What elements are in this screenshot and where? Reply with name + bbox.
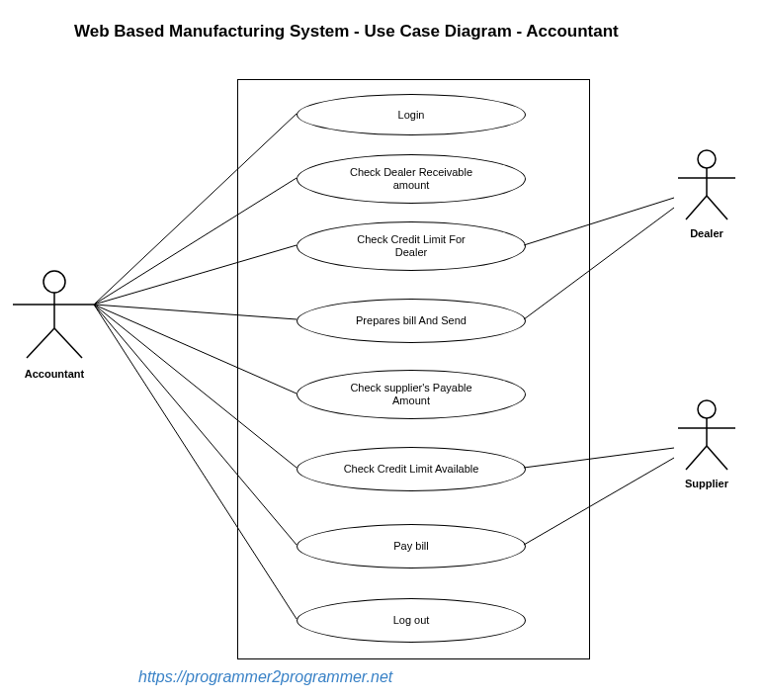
svg-line-14 [707,446,727,470]
stick-figure-icon [672,398,741,476]
stick-figure-icon [672,148,741,225]
actor-label: Dealer [672,227,741,239]
footer-url: https://programmer2programmer.net [138,668,392,686]
usecase-label: Login [398,109,425,122]
usecase-label: Pay bill [393,540,428,553]
svg-line-4 [54,328,82,358]
usecase-pay-bill: Pay bill [297,524,526,569]
usecase-label: Prepares bill And Send [356,314,467,327]
actor-label: Supplier [672,478,741,489]
svg-line-3 [27,328,54,358]
usecase-login: Login [297,94,526,135]
svg-point-5 [698,150,716,168]
actor-dealer: Dealer [672,148,741,239]
diagram-title: Web Based Manufacturing System - Use Cas… [74,22,619,42]
usecase-check-supplier-payable: Check supplier's PayableAmount [297,370,526,419]
svg-point-10 [698,400,716,418]
usecase-label: Log out [393,614,430,627]
usecase-check-credit-limit-dealer: Check Credit Limit ForDealer [297,221,526,271]
usecase-label: Check supplier's PayableAmount [350,382,471,406]
usecase-check-dealer-receivable: Check Dealer Receivableamount [297,154,526,204]
actor-accountant: Accountant [5,267,104,380]
svg-point-0 [43,271,65,293]
svg-line-9 [707,196,727,219]
usecase-label: Check Credit Limit Available [344,463,479,476]
usecase-label: Check Credit Limit ForDealer [357,233,465,258]
actor-supplier: Supplier [672,398,741,489]
usecase-label: Check Dealer Receivableamount [350,166,472,191]
actor-label: Accountant [5,368,104,380]
usecase-check-credit-limit-available: Check Credit Limit Available [297,447,526,491]
usecase-prepares-bill: Prepares bill And Send [297,299,526,343]
stick-figure-icon [5,267,104,366]
svg-line-8 [686,196,707,219]
usecase-log-out: Log out [297,598,526,643]
svg-line-13 [686,446,707,470]
